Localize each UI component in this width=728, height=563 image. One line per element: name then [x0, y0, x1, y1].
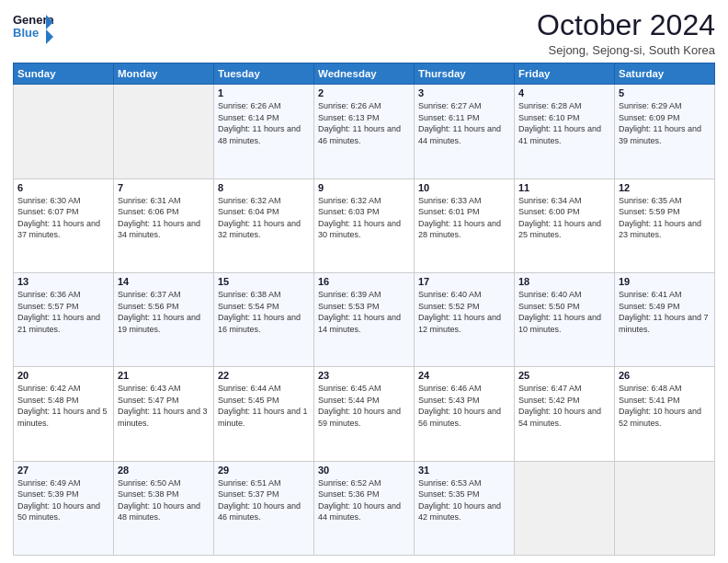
weekday-header-friday: Friday: [515, 63, 615, 85]
calendar-table: SundayMondayTuesdayWednesdayThursdayFrid…: [13, 63, 715, 556]
weekday-header-wednesday: Wednesday: [314, 63, 415, 85]
day-info: Sunrise: 6:40 AMSunset: 5:50 PMDaylight:…: [518, 289, 610, 335]
day-info: Sunrise: 6:39 AMSunset: 5:53 PMDaylight:…: [318, 289, 410, 335]
day-info: Sunrise: 6:32 AMSunset: 6:03 PMDaylight:…: [318, 195, 410, 241]
calendar-cell: 4Sunrise: 6:28 AMSunset: 6:10 PMDaylight…: [515, 85, 615, 178]
calendar-cell: 21Sunrise: 6:43 AMSunset: 5:47 PMDayligh…: [114, 367, 214, 461]
day-number: 25: [518, 370, 610, 381]
calendar-cell: [114, 85, 214, 178]
day-info: Sunrise: 6:51 AMSunset: 5:37 PMDaylight:…: [218, 477, 310, 523]
day-info: Sunrise: 6:37 AMSunset: 5:56 PMDaylight:…: [118, 289, 210, 335]
calendar-cell: 25Sunrise: 6:47 AMSunset: 5:42 PMDayligh…: [515, 367, 615, 461]
title-block: October 2024 Sejong, Sejong-si, South Ko…: [537, 9, 715, 57]
day-info: Sunrise: 6:33 AMSunset: 6:01 PMDaylight:…: [418, 195, 510, 241]
day-info: Sunrise: 6:44 AMSunset: 5:45 PMDaylight:…: [218, 383, 310, 429]
day-info: Sunrise: 6:50 AMSunset: 5:38 PMDaylight:…: [118, 477, 210, 523]
calendar-week-2: 6Sunrise: 6:30 AMSunset: 6:07 PMDaylight…: [14, 178, 715, 272]
day-info: Sunrise: 6:48 AMSunset: 5:41 PMDaylight:…: [619, 383, 711, 429]
day-number: 7: [118, 182, 210, 193]
calendar-cell: 23Sunrise: 6:45 AMSunset: 5:44 PMDayligh…: [314, 367, 415, 461]
calendar-week-4: 20Sunrise: 6:42 AMSunset: 5:48 PMDayligh…: [14, 367, 715, 461]
day-info: Sunrise: 6:41 AMSunset: 5:49 PMDaylight:…: [619, 289, 711, 335]
day-number: 17: [418, 276, 510, 287]
calendar-cell: 18Sunrise: 6:40 AMSunset: 5:50 PMDayligh…: [515, 272, 615, 366]
day-info: Sunrise: 6:49 AMSunset: 5:39 PMDaylight:…: [17, 477, 109, 523]
day-number: 1: [218, 87, 310, 98]
day-number: 6: [17, 182, 109, 193]
calendar-header-row: SundayMondayTuesdayWednesdayThursdayFrid…: [14, 63, 715, 85]
day-number: 29: [218, 465, 310, 476]
day-info: Sunrise: 6:31 AMSunset: 6:06 PMDaylight:…: [118, 195, 210, 241]
calendar-cell: 16Sunrise: 6:39 AMSunset: 5:53 PMDayligh…: [314, 272, 415, 366]
day-info: Sunrise: 6:36 AMSunset: 5:57 PMDaylight:…: [17, 289, 109, 335]
calendar-cell: 14Sunrise: 6:37 AMSunset: 5:56 PMDayligh…: [114, 272, 214, 366]
calendar-cell: 17Sunrise: 6:40 AMSunset: 5:52 PMDayligh…: [415, 272, 515, 366]
svg-text:Blue: Blue: [13, 26, 39, 40]
day-info: Sunrise: 6:32 AMSunset: 6:04 PMDaylight:…: [218, 195, 310, 241]
calendar-cell: 15Sunrise: 6:38 AMSunset: 5:54 PMDayligh…: [214, 272, 314, 366]
calendar-cell: 12Sunrise: 6:35 AMSunset: 5:59 PMDayligh…: [615, 178, 715, 272]
day-info: Sunrise: 6:30 AMSunset: 6:07 PMDaylight:…: [17, 195, 109, 241]
calendar-cell: 30Sunrise: 6:52 AMSunset: 5:36 PMDayligh…: [314, 461, 415, 555]
calendar-week-1: 1Sunrise: 6:26 AMSunset: 6:14 PMDaylight…: [14, 85, 715, 178]
day-number: 26: [619, 370, 711, 381]
day-info: Sunrise: 6:26 AMSunset: 6:13 PMDaylight:…: [318, 100, 410, 146]
day-info: Sunrise: 6:29 AMSunset: 6:09 PMDaylight:…: [619, 100, 711, 146]
calendar-cell: [515, 461, 615, 555]
day-info: Sunrise: 6:53 AMSunset: 5:35 PMDaylight:…: [418, 477, 510, 523]
day-info: Sunrise: 6:46 AMSunset: 5:43 PMDaylight:…: [418, 383, 510, 429]
day-info: Sunrise: 6:52 AMSunset: 5:36 PMDaylight:…: [318, 477, 410, 523]
day-info: Sunrise: 6:38 AMSunset: 5:54 PMDaylight:…: [218, 289, 310, 335]
day-number: 18: [518, 276, 610, 287]
day-number: 23: [318, 370, 410, 381]
location-subtitle: Sejong, Sejong-si, South Korea: [537, 43, 715, 57]
weekday-header-sunday: Sunday: [14, 63, 114, 85]
day-number: 31: [418, 465, 510, 476]
calendar-week-3: 13Sunrise: 6:36 AMSunset: 5:57 PMDayligh…: [14, 272, 715, 366]
day-info: Sunrise: 6:34 AMSunset: 6:00 PMDaylight:…: [518, 195, 610, 241]
weekday-header-thursday: Thursday: [415, 63, 515, 85]
calendar-cell: 1Sunrise: 6:26 AMSunset: 6:14 PMDaylight…: [214, 85, 314, 178]
calendar-cell: 24Sunrise: 6:46 AMSunset: 5:43 PMDayligh…: [415, 367, 515, 461]
calendar-week-5: 27Sunrise: 6:49 AMSunset: 5:39 PMDayligh…: [14, 461, 715, 555]
calendar-cell: 26Sunrise: 6:48 AMSunset: 5:41 PMDayligh…: [615, 367, 715, 461]
weekday-header-tuesday: Tuesday: [214, 63, 314, 85]
calendar-cell: 20Sunrise: 6:42 AMSunset: 5:48 PMDayligh…: [14, 367, 114, 461]
day-number: 9: [318, 182, 410, 193]
calendar-cell: 22Sunrise: 6:44 AMSunset: 5:45 PMDayligh…: [214, 367, 314, 461]
day-number: 12: [619, 182, 711, 193]
calendar-cell: 13Sunrise: 6:36 AMSunset: 5:57 PMDayligh…: [14, 272, 114, 366]
day-number: 2: [318, 87, 410, 98]
calendar-cell: [14, 85, 114, 178]
logo-svg: GeneralBlue: [13, 9, 53, 44]
calendar-cell: 27Sunrise: 6:49 AMSunset: 5:39 PMDayligh…: [14, 461, 114, 555]
calendar-cell: 29Sunrise: 6:51 AMSunset: 5:37 PMDayligh…: [214, 461, 314, 555]
calendar-cell: 31Sunrise: 6:53 AMSunset: 5:35 PMDayligh…: [415, 461, 515, 555]
day-number: 5: [619, 87, 711, 98]
calendar-cell: 6Sunrise: 6:30 AMSunset: 6:07 PMDaylight…: [14, 178, 114, 272]
calendar-cell: 8Sunrise: 6:32 AMSunset: 6:04 PMDaylight…: [214, 178, 314, 272]
day-number: 30: [318, 465, 410, 476]
day-info: Sunrise: 6:42 AMSunset: 5:48 PMDaylight:…: [17, 383, 109, 429]
day-number: 15: [218, 276, 310, 287]
day-number: 13: [17, 276, 109, 287]
day-info: Sunrise: 6:28 AMSunset: 6:10 PMDaylight:…: [518, 100, 610, 146]
calendar-body: 1Sunrise: 6:26 AMSunset: 6:14 PMDaylight…: [14, 85, 715, 556]
day-info: Sunrise: 6:35 AMSunset: 5:59 PMDaylight:…: [619, 195, 711, 241]
calendar-cell: 28Sunrise: 6:50 AMSunset: 5:38 PMDayligh…: [114, 461, 214, 555]
day-number: 20: [17, 370, 109, 381]
calendar-cell: 10Sunrise: 6:33 AMSunset: 6:01 PMDayligh…: [415, 178, 515, 272]
calendar-cell: 7Sunrise: 6:31 AMSunset: 6:06 PMDaylight…: [114, 178, 214, 272]
weekday-header-saturday: Saturday: [615, 63, 715, 85]
calendar-cell: 19Sunrise: 6:41 AMSunset: 5:49 PMDayligh…: [615, 272, 715, 366]
day-number: 27: [17, 465, 109, 476]
day-info: Sunrise: 6:45 AMSunset: 5:44 PMDaylight:…: [318, 383, 410, 429]
day-number: 16: [318, 276, 410, 287]
page: GeneralBlue October 2024 Sejong, Sejong-…: [0, 0, 728, 563]
header: GeneralBlue October 2024 Sejong, Sejong-…: [13, 9, 715, 57]
calendar-cell: 9Sunrise: 6:32 AMSunset: 6:03 PMDaylight…: [314, 178, 415, 272]
day-number: 22: [218, 370, 310, 381]
calendar-cell: 5Sunrise: 6:29 AMSunset: 6:09 PMDaylight…: [615, 85, 715, 178]
day-info: Sunrise: 6:43 AMSunset: 5:47 PMDaylight:…: [118, 383, 210, 429]
day-number: 11: [518, 182, 610, 193]
